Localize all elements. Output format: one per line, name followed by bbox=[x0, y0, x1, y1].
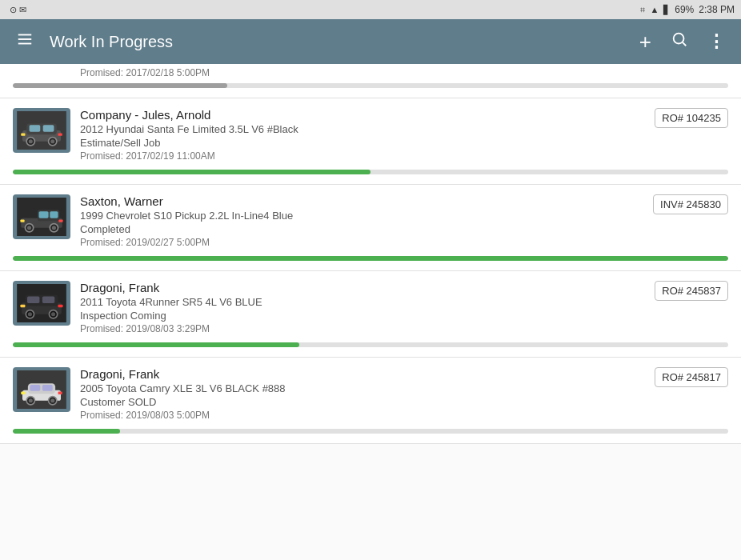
svg-rect-37 bbox=[58, 305, 63, 307]
menu-button[interactable] bbox=[13, 27, 37, 56]
item-promised: Promised: 2019/02/27 5:00PM bbox=[80, 237, 643, 248]
svg-rect-19 bbox=[39, 211, 49, 218]
item-info: Dragoni, Frank 2011 Toyota 4Runner SR5 4… bbox=[80, 281, 645, 334]
svg-rect-31 bbox=[42, 296, 54, 303]
partial-progress-bar bbox=[13, 83, 728, 88]
svg-rect-15 bbox=[58, 133, 62, 135]
more-options-button[interactable]: ⋮ bbox=[704, 28, 728, 55]
signal-icon: ▋ bbox=[663, 5, 670, 15]
status-bar-left: ⊙ ✉ bbox=[10, 5, 26, 15]
svg-rect-14 bbox=[21, 133, 25, 135]
item-vehicle: 1999 Chevrolet S10 Pickup 2.2L In-Line4 … bbox=[80, 210, 643, 222]
item-vehicle: 2011 Toyota 4Runner SR5 4L V6 BLUE bbox=[80, 296, 645, 308]
app-bar-actions: + ⋮ bbox=[636, 26, 728, 58]
item-name: Saxton, Warner bbox=[80, 194, 643, 208]
bluetooth-icon: ⌗ bbox=[640, 5, 645, 15]
item-vehicle: 2012 Hyundai Santa Fe Limited 3.5L V6 #B… bbox=[80, 123, 645, 135]
ro-badge: RO# 245837 bbox=[655, 281, 728, 301]
svg-rect-47 bbox=[21, 392, 25, 394]
item-promised: Promised: 2019/08/03 3:29PM bbox=[80, 323, 645, 334]
car-thumbnail bbox=[13, 281, 70, 326]
svg-rect-1 bbox=[18, 38, 32, 40]
svg-rect-48 bbox=[58, 392, 62, 394]
battery-level: 69% bbox=[675, 4, 694, 15]
list-item[interactable]: Dragoni, Frank 2011 Toyota 4Runner SR5 4… bbox=[0, 271, 741, 358]
ro-badge: INV# 245830 bbox=[653, 194, 728, 214]
ro-badge: RO# 245817 bbox=[655, 367, 728, 387]
svg-point-45 bbox=[29, 398, 33, 402]
progress-bar-container bbox=[13, 256, 728, 261]
item-info: Saxton, Warner 1999 Chevrolet S10 Pickup… bbox=[80, 194, 643, 248]
list-item[interactable]: Dragoni, Frank 2005 Toyota Camry XLE 3L … bbox=[0, 358, 741, 444]
svg-point-35 bbox=[51, 312, 55, 316]
svg-point-34 bbox=[28, 312, 32, 316]
svg-rect-41 bbox=[30, 385, 40, 391]
car-thumbnail bbox=[13, 108, 70, 153]
list-item[interactable]: Company - Jules, Arnold 2012 Hyundai San… bbox=[0, 98, 741, 185]
svg-rect-8 bbox=[30, 125, 41, 132]
status-bar: ⊙ ✉ ⌗ ▲ ▋ 69% 2:38 PM bbox=[0, 0, 741, 19]
item-promised: Promised: 2019/08/03 5:00PM bbox=[80, 410, 645, 421]
partial-promised-text: Promised: 2017/02/18 5:00PM bbox=[13, 67, 728, 78]
svg-rect-30 bbox=[27, 296, 39, 303]
item-name: Company - Jules, Arnold bbox=[80, 108, 645, 122]
item-promised: Promised: 2017/02/19 11:00AM bbox=[80, 150, 645, 162]
svg-rect-36 bbox=[20, 305, 25, 307]
svg-rect-20 bbox=[50, 211, 58, 218]
page-title: Work In Progress bbox=[50, 33, 623, 51]
svg-point-3 bbox=[674, 34, 684, 44]
wifi-icon: ▲ bbox=[650, 5, 659, 14]
progress-bar-container bbox=[13, 342, 728, 347]
progress-bar-container bbox=[13, 429, 728, 434]
svg-rect-9 bbox=[43, 125, 54, 132]
partial-list-item[interactable]: Promised: 2017/02/18 5:00PM bbox=[0, 64, 741, 98]
time-display: 2:38 PM bbox=[699, 4, 735, 15]
add-button[interactable]: + bbox=[636, 26, 655, 58]
svg-rect-26 bbox=[58, 219, 62, 222]
svg-rect-42 bbox=[42, 385, 53, 391]
progress-bar-fill bbox=[13, 429, 120, 434]
item-info: Dragoni, Frank 2005 Toyota Camry XLE 3L … bbox=[80, 367, 645, 421]
progress-bar-fill bbox=[13, 342, 299, 347]
svg-rect-2 bbox=[18, 43, 32, 45]
progress-bar-fill bbox=[13, 256, 728, 261]
item-name: Dragoni, Frank bbox=[80, 281, 645, 294]
car-thumbnail bbox=[13, 367, 70, 412]
item-status: Completed bbox=[80, 223, 643, 235]
status-bar-right: ⌗ ▲ ▋ 69% 2:38 PM bbox=[640, 4, 735, 15]
svg-point-13 bbox=[50, 139, 54, 143]
notification-icons: ⊙ ✉ bbox=[10, 5, 26, 15]
work-in-progress-list: Promised: 2017/02/18 5:00PM bbox=[0, 64, 741, 560]
svg-point-12 bbox=[29, 139, 33, 143]
progress-bar-container bbox=[13, 170, 728, 174]
item-vehicle: 2005 Toyota Camry XLE 3L V6 BLACK #888 bbox=[80, 382, 645, 394]
item-status: Customer SOLD bbox=[80, 396, 645, 408]
svg-point-23 bbox=[27, 226, 31, 230]
car-thumbnail bbox=[13, 194, 70, 239]
svg-point-24 bbox=[52, 226, 56, 230]
partial-progress-fill bbox=[13, 83, 227, 88]
item-info: Company - Jules, Arnold 2012 Hyundai San… bbox=[80, 108, 645, 162]
svg-rect-0 bbox=[18, 34, 32, 36]
item-status: Inspection Coming bbox=[80, 310, 645, 322]
search-button[interactable] bbox=[667, 27, 691, 56]
svg-line-4 bbox=[683, 42, 686, 46]
svg-point-46 bbox=[50, 398, 54, 402]
list-item[interactable]: Saxton, Warner 1999 Chevrolet S10 Pickup… bbox=[0, 185, 741, 271]
app-bar: Work In Progress + ⋮ bbox=[0, 19, 741, 64]
item-status: Estimate/Sell Job bbox=[80, 137, 645, 149]
svg-rect-25 bbox=[20, 219, 24, 222]
progress-bar-fill bbox=[13, 170, 370, 174]
ro-badge: RO# 104235 bbox=[655, 108, 728, 128]
item-name: Dragoni, Frank bbox=[80, 367, 645, 381]
